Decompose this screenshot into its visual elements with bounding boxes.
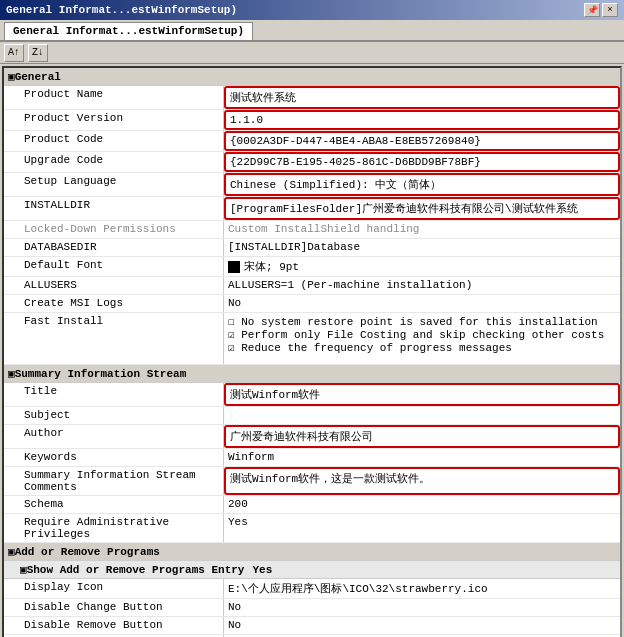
row-disable-change[interactable]: Disable Change Button No (4, 599, 620, 617)
section-entry-label: Show Add or Remove Programs Entry (27, 564, 245, 576)
checkbox-row-2: Perform only File Costing and skip check… (228, 328, 616, 341)
row-product-code[interactable]: Product Code {0002A3DF-D447-4BE4-ABA8-E8… (4, 131, 620, 152)
label-locked-down: Locked-Down Permissions (4, 221, 224, 238)
value-fast-install: No system restore point is saved for thi… (224, 313, 620, 364)
value-summary-comments: 测试Winform软件，这是一款测试软件。 (224, 467, 620, 495)
row-display-icon[interactable]: Display Icon E:\个人应用程序\图标\ICO\32\strawbe… (4, 579, 620, 599)
value-upgrade-code: {22D99C7B-E195-4025-861C-D6BDD9BF78BF} (224, 152, 620, 172)
row-product-version[interactable]: Product Version 1.1.0 (4, 110, 620, 131)
section-addremove-entry-header[interactable]: ▣ Show Add or Remove Programs Entry Yes (4, 561, 620, 579)
collapse-icon-entry: ▣ (20, 563, 27, 576)
label-setup-language: Setup Language (4, 173, 224, 196)
checkbox-row-1: No system restore point is saved for thi… (228, 315, 616, 328)
pin-button[interactable]: 📌 (584, 3, 600, 17)
label-title: Title (4, 383, 224, 406)
section-summary-label: Summary Information Stream (15, 368, 187, 380)
row-allusers[interactable]: ALLUSERS ALLUSERS=1 (Per-machine install… (4, 277, 620, 295)
row-summary-comments[interactable]: Summary Information Stream Comments 测试Wi… (4, 467, 620, 496)
label-allusers: ALLUSERS (4, 277, 224, 294)
value-author: 广州爱奇迪软件科技有限公司 (224, 425, 620, 448)
checkbox-restore-icon[interactable] (228, 316, 235, 328)
section-general-label: General (15, 71, 61, 83)
value-databasedir: [INSTALLDIR]Database (224, 239, 620, 256)
collapse-icon-summary: ▣ (8, 367, 15, 380)
row-databasedir[interactable]: DATABASEDIR [INSTALLDIR]Database (4, 239, 620, 257)
value-keywords: Winform (224, 449, 620, 466)
collapse-icon-addremove: ▣ (8, 545, 15, 558)
label-product-name: Product Name (4, 86, 224, 109)
label-fast-install: Fast Install (4, 313, 224, 364)
title-bar-buttons: 📌 × (584, 3, 618, 17)
value-title: 测试Winform软件 (224, 383, 620, 406)
row-subject[interactable]: Subject (4, 407, 620, 425)
main-tab[interactable]: General Informat...estWinformSetup) (4, 22, 253, 40)
label-create-msi-logs: Create MSI Logs (4, 295, 224, 312)
value-product-code: {0002A3DF-D447-4BE4-ABA8-E8EB57269840} (224, 131, 620, 151)
checkbox-progress-icon[interactable] (228, 342, 235, 354)
row-create-msi-logs[interactable]: Create MSI Logs No (4, 295, 620, 313)
row-schema[interactable]: Schema 200 (4, 496, 620, 514)
value-disable-change: No (224, 599, 620, 616)
row-title[interactable]: Title 测试Winform软件 (4, 383, 620, 407)
label-upgrade-code: Upgrade Code (4, 152, 224, 172)
value-installdir: [ProgramFilesFolder]广州爱奇迪软件科技有限公司\测试软件系统 (224, 197, 620, 220)
value-schema: 200 (224, 496, 620, 513)
sort-asc-button[interactable]: A↑ (4, 44, 24, 62)
value-product-name: 测试软件系统 (224, 86, 620, 109)
row-disable-remove[interactable]: Disable Remove Button No (4, 617, 620, 635)
label-admin-privileges: Require Administrative Privileges (4, 514, 224, 542)
row-product-name[interactable]: Product Name 测试软件系统 (4, 86, 620, 110)
row-installdir[interactable]: INSTALLDIR [ProgramFilesFolder]广州爱奇迪软件科技… (4, 197, 620, 221)
value-admin-privileges: Yes (224, 514, 620, 542)
toolbar: A↑ Z↓ (0, 42, 624, 64)
value-allusers: ALLUSERS=1 (Per-machine installation) (224, 277, 620, 294)
label-product-version: Product Version (4, 110, 224, 130)
label-display-icon: Display Icon (4, 579, 224, 598)
label-default-font: Default Font (4, 257, 224, 276)
checkbox-costing-icon[interactable] (228, 329, 235, 341)
row-fast-install[interactable]: Fast Install No system restore point is … (4, 313, 620, 365)
value-display-icon: E:\个人应用程序\图标\ICO\32\strawberry.ico (224, 579, 620, 598)
label-disable-remove: Disable Remove Button (4, 617, 224, 634)
value-default-font: 宋体; 9pt (224, 257, 620, 276)
label-subject: Subject (4, 407, 224, 424)
section-addremove-header[interactable]: ▣ Add or Remove Programs (4, 543, 620, 561)
section-summary-header[interactable]: ▣ Summary Information Stream (4, 365, 620, 383)
value-disable-remove: No (224, 617, 620, 634)
value-create-msi-logs: No (224, 295, 620, 312)
font-value-text: 宋体; 9pt (244, 261, 299, 273)
row-default-font[interactable]: Default Font 宋体; 9pt (4, 257, 620, 277)
label-keywords: Keywords (4, 449, 224, 466)
title-bar: General Informat...estWinformSetup) 📌 × (0, 0, 624, 20)
window: General Informat...estWinformSetup) 📌 × … (0, 0, 624, 637)
sort-desc-button[interactable]: Z↓ (28, 44, 48, 62)
font-swatch-icon (228, 261, 240, 273)
window-title: General Informat...estWinformSetup) (6, 4, 237, 16)
row-keywords[interactable]: Keywords Winform (4, 449, 620, 467)
label-databasedir: DATABASEDIR (4, 239, 224, 256)
collapse-icon-general: ▣ (8, 70, 15, 83)
checkbox-row-3: Reduce the frequency of progress message… (228, 341, 616, 354)
value-product-version: 1.1.0 (224, 110, 620, 130)
value-locked-down: Custom InstallShield handling (224, 221, 620, 238)
section-general-header[interactable]: ▣ General (4, 68, 620, 86)
value-subject (224, 407, 620, 424)
row-upgrade-code[interactable]: Upgrade Code {22D99C7B-E195-4025-861C-D6… (4, 152, 620, 173)
tab-label: General Informat...estWinformSetup) (13, 25, 244, 37)
label-product-code: Product Code (4, 131, 224, 151)
sort-desc-icon: Z↓ (32, 47, 44, 58)
row-setup-language[interactable]: Setup Language Chinese (Simplified): 中文（… (4, 173, 620, 197)
content-area[interactable]: ▣ General Product Name 测试软件系统 Product Ve… (2, 66, 622, 637)
tab-bar: General Informat...estWinformSetup) (0, 20, 624, 42)
label-installdir: INSTALLDIR (4, 197, 224, 220)
row-author[interactable]: Author 广州爱奇迪软件科技有限公司 (4, 425, 620, 449)
label-summary-comments: Summary Information Stream Comments (4, 467, 224, 495)
label-schema: Schema (4, 496, 224, 513)
close-button[interactable]: × (602, 3, 618, 17)
row-admin-privileges[interactable]: Require Administrative Privileges Yes (4, 514, 620, 543)
section-addremove-label: Add or Remove Programs (15, 546, 160, 558)
row-locked-down[interactable]: Locked-Down Permissions Custom InstallSh… (4, 221, 620, 239)
property-grid: ▣ General Product Name 测试软件系统 Product Ve… (4, 68, 620, 637)
value-setup-language: Chinese (Simplified): 中文（简体） (224, 173, 620, 196)
entry-value-yes: Yes (252, 564, 272, 576)
